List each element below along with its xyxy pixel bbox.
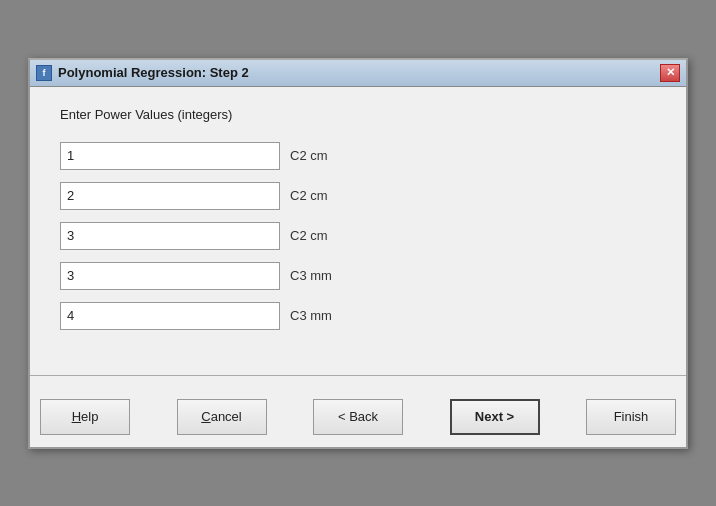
finish-label: Finish <box>614 409 649 424</box>
finish-button[interactable]: Finish <box>586 399 676 435</box>
power-input-5[interactable] <box>60 302 280 330</box>
field-label-1: C2 cm <box>290 148 328 163</box>
title-bar: f Polynomial Regression: Step 2 ✕ <box>30 60 686 87</box>
help-button[interactable]: Help <box>40 399 130 435</box>
field-label-4: C3 mm <box>290 268 332 283</box>
fields-area: C2 cmC2 cmC2 cmC3 mmC3 mm <box>60 142 656 330</box>
field-row: C2 cm <box>60 222 656 250</box>
power-input-4[interactable] <box>60 262 280 290</box>
power-input-1[interactable] <box>60 142 280 170</box>
window-icon: f <box>36 65 52 81</box>
field-label-2: C2 cm <box>290 188 328 203</box>
content-area: Enter Power Values (integers) C2 cmC2 cm… <box>30 87 686 365</box>
field-row: C2 cm <box>60 182 656 210</box>
cancel-button[interactable]: Cancel <box>177 399 267 435</box>
power-input-2[interactable] <box>60 182 280 210</box>
field-label-3: C2 cm <box>290 228 328 243</box>
divider <box>30 375 686 376</box>
help-label: Help <box>72 409 99 424</box>
instruction-label: Enter Power Values (integers) <box>60 107 656 122</box>
power-input-3[interactable] <box>60 222 280 250</box>
back-button[interactable]: < Back <box>313 399 403 435</box>
field-label-5: C3 mm <box>290 308 332 323</box>
field-row: C3 mm <box>60 262 656 290</box>
cancel-label: Cancel <box>201 409 241 424</box>
close-button[interactable]: ✕ <box>660 64 680 82</box>
next-button[interactable]: Next > <box>450 399 540 435</box>
field-row: C3 mm <box>60 302 656 330</box>
next-label: Next > <box>475 409 514 424</box>
back-label: < Back <box>338 409 378 424</box>
field-row: C2 cm <box>60 142 656 170</box>
button-row: Help Cancel < Back Next > Finish <box>30 391 686 447</box>
window-title: Polynomial Regression: Step 2 <box>58 65 249 80</box>
dialog-window: f Polynomial Regression: Step 2 ✕ Enter … <box>28 58 688 449</box>
